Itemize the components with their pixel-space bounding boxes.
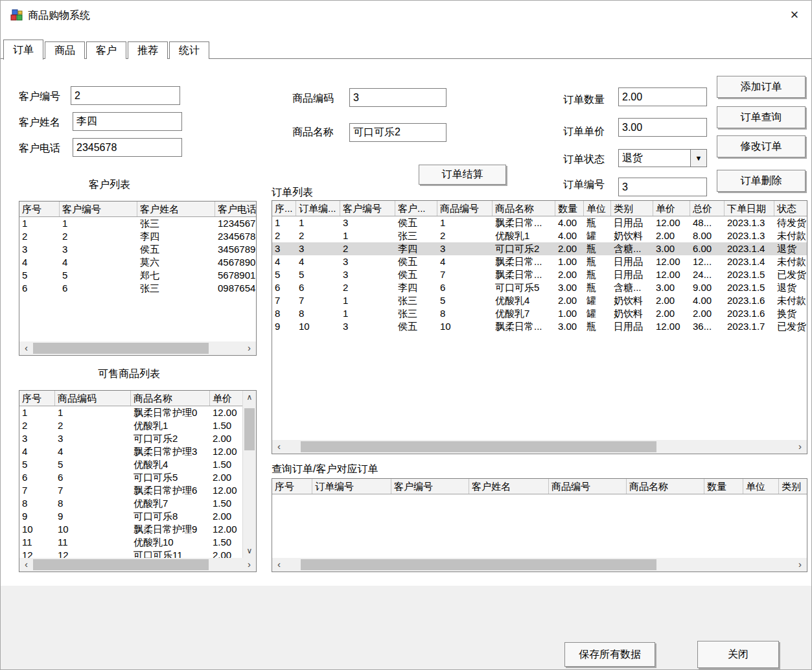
table-row[interactable]: 11张三1234567 — [19, 217, 256, 230]
product-table-hscrollbar[interactable]: ‹ › — [19, 558, 256, 572]
column-header[interactable]: 序号 — [19, 391, 55, 406]
column-header[interactable]: 订单编号 — [312, 479, 391, 494]
table-row[interactable]: 88优酸乳71.50 — [19, 497, 256, 510]
table-row[interactable]: 55优酸乳41.50 — [19, 458, 256, 471]
scroll-track[interactable] — [33, 558, 242, 572]
delete-order-button[interactable]: 订单删除 — [717, 170, 806, 192]
table-row[interactable]: 662李四6可口可乐53.00瓶含糖...3.009.002023.1.5退货 — [272, 281, 807, 294]
tab-recommend[interactable]: 推荐 — [128, 41, 168, 59]
column-header[interactable]: 商品名称 — [131, 391, 210, 406]
column-header[interactable]: 序号 — [19, 202, 60, 216]
close-icon[interactable]: × — [785, 6, 804, 24]
table-row[interactable]: 44莫六4567890 — [19, 256, 256, 269]
scroll-track[interactable] — [243, 404, 256, 544]
column-header[interactable]: 数量 — [704, 479, 743, 494]
column-header[interactable]: 序号 — [272, 479, 312, 494]
product-name-input[interactable] — [349, 123, 447, 142]
modify-order-button[interactable]: 修改订单 — [717, 135, 806, 157]
column-header[interactable]: 单价 — [653, 201, 690, 216]
scroll-up-icon[interactable]: ∧ — [243, 391, 256, 404]
customer-id-input[interactable] — [71, 86, 180, 105]
order-id-input[interactable] — [618, 178, 707, 196]
customer-table-hscrollbar[interactable]: ‹ › — [19, 341, 256, 355]
product-table-vscrollbar[interactable]: ∧ ∨ — [242, 391, 256, 558]
order-table-hscrollbar[interactable]: ‹ › — [272, 440, 807, 454]
column-header[interactable]: 客户... — [395, 201, 437, 216]
scroll-thumb[interactable] — [244, 408, 255, 450]
table-row[interactable]: 77飘柔日常护理612.00 — [19, 484, 256, 497]
customer-name-input[interactable] — [73, 112, 182, 131]
table-row[interactable]: 33可口可乐22.00 — [19, 432, 256, 445]
table-row[interactable]: 66可口可乐52.00 — [19, 471, 256, 484]
scroll-thumb[interactable] — [301, 441, 656, 452]
table-row[interactable]: 1010飘柔日常护理912.00 — [19, 523, 256, 536]
order-status-select[interactable]: 退货 ▼ — [618, 149, 707, 167]
scroll-down-icon[interactable]: ∨ — [243, 544, 256, 558]
column-header[interactable]: 客户编号 — [340, 201, 395, 216]
column-header[interactable]: 总价 — [690, 201, 725, 216]
table-row[interactable]: 221张三2优酸乳14.00罐奶饮料2.008.002023.1.3未付款 — [272, 229, 807, 242]
column-header[interactable]: 状态 — [774, 201, 807, 216]
table-row[interactable]: 22优酸乳11.50 — [19, 419, 256, 432]
column-header[interactable]: 下单日期 — [725, 201, 774, 216]
table-row[interactable]: 55郑七5678901 — [19, 269, 256, 282]
tab-customers[interactable]: 客户 — [86, 41, 126, 59]
query-order-button[interactable]: 订单查询 — [717, 106, 806, 128]
order-price-input[interactable] — [618, 118, 707, 137]
settle-order-button[interactable]: 订单结算 — [419, 165, 506, 185]
table-row[interactable]: 881张三8优酸乳71.00罐奶饮料2.002.002023.1.6换货 — [272, 307, 807, 320]
scroll-left-icon[interactable]: ‹ — [272, 558, 286, 572]
column-header[interactable]: 客户电话 — [215, 202, 257, 216]
scroll-right-icon[interactable]: › — [793, 440, 807, 454]
column-header[interactable]: 订单编... — [296, 201, 340, 216]
scroll-right-icon[interactable]: › — [242, 341, 256, 355]
column-header[interactable]: 客户编号 — [60, 202, 137, 216]
scroll-right-icon[interactable]: › — [793, 558, 807, 572]
table-row[interactable]: 332李四3可口可乐22.00瓶含糖...3.006.002023.1.4退货 — [272, 242, 807, 255]
scroll-left-icon[interactable]: ‹ — [19, 558, 33, 572]
table-row[interactable]: 22李四2345678 — [19, 230, 256, 243]
column-header[interactable]: 单位 — [743, 479, 779, 494]
chevron-down-icon[interactable]: ▼ — [690, 150, 706, 167]
close-button[interactable]: 关闭 — [697, 641, 779, 668]
order-qty-input[interactable] — [618, 87, 707, 106]
table-row[interactable]: 44飘柔日常护理312.00 — [19, 445, 256, 458]
column-header[interactable]: 客户姓名 — [137, 202, 215, 216]
add-order-button[interactable]: 添加订单 — [717, 76, 806, 98]
table-row[interactable]: 113侯五1飘柔日常...4.00瓶日用品12.0048...2023.1.3待… — [272, 216, 807, 229]
table-row[interactable]: 66张三0987654 — [19, 282, 256, 295]
table-row[interactable]: 443侯五4飘柔日常...1.00瓶日用品12.0012...2023.1.4未… — [272, 255, 807, 268]
customer-phone-input[interactable] — [73, 138, 182, 157]
column-header[interactable]: 商品名称 — [493, 201, 555, 216]
scroll-thumb[interactable] — [301, 559, 656, 570]
scroll-left-icon[interactable]: ‹ — [272, 440, 286, 454]
scroll-right-icon[interactable]: › — [242, 558, 256, 572]
scroll-track[interactable] — [286, 440, 793, 454]
table-row[interactable]: 771张三5优酸乳42.00罐奶饮料2.004.002023.1.6未付款 — [272, 294, 807, 307]
table-row[interactable]: 33侯五3456789 — [19, 243, 256, 256]
column-header[interactable]: 数量 — [555, 201, 584, 216]
column-header[interactable]: 商品名称 — [627, 479, 704, 494]
table-row[interactable]: 99可口可乐82.00 — [19, 510, 256, 523]
scroll-track[interactable] — [286, 558, 793, 572]
table-row[interactable]: 11飘柔日常护理012.00 — [19, 406, 256, 419]
table-row[interactable]: 9103侯五10飘柔日常...3.00瓶日用品12.0036...2023.1.… — [272, 320, 807, 333]
column-header[interactable]: 单位 — [584, 201, 611, 216]
column-header[interactable]: 类别 — [611, 201, 653, 216]
product-code-input[interactable] — [349, 88, 447, 107]
table-row[interactable]: 553侯五7飘柔日常...2.00瓶日用品12.0024...2023.1.5已… — [272, 268, 807, 281]
tab-products[interactable]: 商品 — [45, 41, 85, 59]
table-row[interactable]: 1111优酸乳101.50 — [19, 536, 256, 549]
scroll-track[interactable] — [33, 341, 242, 355]
scroll-thumb[interactable] — [33, 343, 209, 354]
column-header[interactable]: 序... — [272, 201, 296, 216]
column-header[interactable]: 商品编号 — [437, 201, 493, 216]
query-table-hscrollbar[interactable]: ‹ › — [272, 558, 807, 572]
column-header[interactable]: 类别 — [779, 479, 807, 494]
tab-stats[interactable]: 统计 — [169, 41, 209, 59]
column-header[interactable]: 商品编号 — [549, 479, 627, 494]
scroll-thumb[interactable] — [33, 559, 209, 570]
column-header[interactable]: 客户姓名 — [469, 479, 549, 494]
tab-orders[interactable]: 订单 — [3, 40, 43, 60]
save-all-button[interactable]: 保存所有数据 — [564, 642, 655, 667]
